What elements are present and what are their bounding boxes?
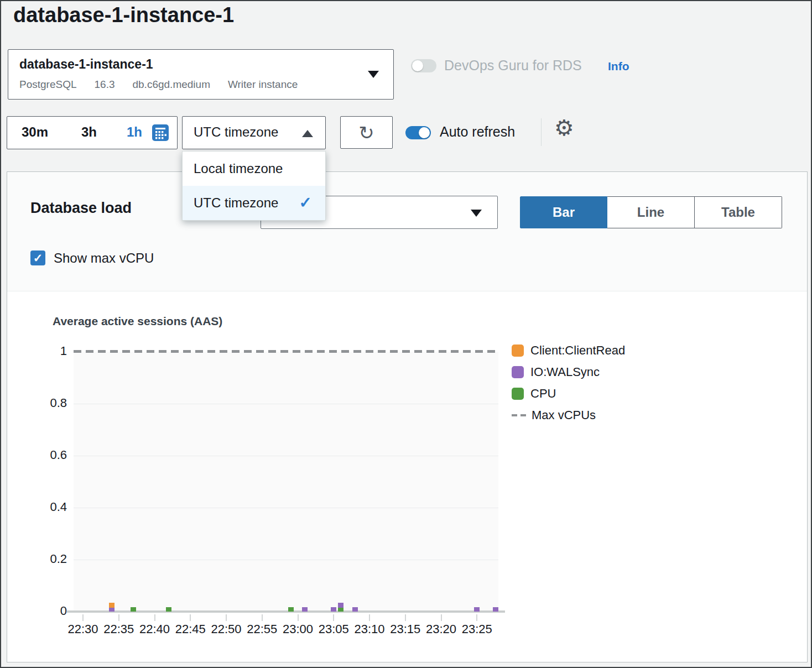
database-load-panel: Database load Bar Line Table ✓ Show max … bbox=[7, 171, 808, 662]
caret-up-icon bbox=[302, 130, 313, 137]
chart-bar-2328 bbox=[493, 607, 498, 612]
y-axis-label: 1 bbox=[29, 344, 67, 358]
y-axis-label: 0.8 bbox=[29, 396, 67, 410]
bar-segment-io-walsync bbox=[302, 607, 308, 612]
calendar-button[interactable] bbox=[151, 124, 170, 143]
divider bbox=[541, 118, 542, 146]
bar-segment-io-walsync bbox=[338, 603, 343, 608]
check-icon: ✓ bbox=[299, 186, 312, 220]
aas-chart: Client:ClientReadIO:WALSyncCPUMax vCPUs … bbox=[7, 172, 807, 662]
refresh-button[interactable]: ↻ bbox=[340, 116, 393, 149]
legend-color-swatch bbox=[512, 366, 524, 378]
settings-button[interactable]: ⚙ bbox=[554, 115, 574, 140]
instance-meta: PostgreSQL16.3db.c6gd.mediumWriter insta… bbox=[19, 79, 315, 91]
bar-segment-io-walsync bbox=[109, 608, 114, 612]
x-axis-tick bbox=[190, 614, 191, 621]
x-axis-label: 23:25 bbox=[455, 622, 499, 636]
toggle-knob bbox=[412, 60, 423, 71]
gridline bbox=[74, 508, 498, 508]
y-axis-label: 0.4 bbox=[29, 500, 67, 514]
menu-item-label: UTC timezone bbox=[194, 195, 278, 210]
legend-color-swatch bbox=[512, 345, 524, 357]
x-axis-tick bbox=[226, 614, 227, 621]
range-3h-button[interactable]: 3h bbox=[81, 124, 97, 140]
refresh-icon: ↻ bbox=[358, 122, 374, 143]
y-axis-label: 0.6 bbox=[29, 448, 67, 462]
chart-bar-2237 bbox=[131, 607, 136, 612]
legend-item-io-walsync[interactable]: IO:WALSync bbox=[512, 361, 625, 383]
instance-selector[interactable]: database-1-instance-1 PostgreSQL16.3db.c… bbox=[8, 49, 394, 100]
chart-bar-2308 bbox=[352, 607, 358, 612]
menu-item-utc-timezone[interactable]: UTC timezone ✓ bbox=[183, 186, 325, 220]
menu-item-local-timezone[interactable]: Local timezone bbox=[183, 152, 325, 186]
x-axis-tick bbox=[82, 614, 84, 621]
instance-version: 16.3 bbox=[95, 79, 115, 90]
y-axis-label: 0.2 bbox=[29, 552, 67, 566]
x-axis-tick bbox=[333, 614, 334, 621]
x-axis-tick bbox=[118, 614, 119, 621]
x-axis-tick bbox=[262, 614, 263, 621]
chart-bar-2259 bbox=[288, 607, 294, 612]
x-axis-tick bbox=[441, 614, 442, 621]
x-axis-tick bbox=[405, 614, 406, 621]
x-axis-tick bbox=[154, 614, 155, 621]
range-1h-button[interactable]: 1h bbox=[127, 124, 142, 140]
legend-label: CPU bbox=[530, 387, 556, 401]
range-30m-button[interactable]: 30m bbox=[22, 124, 48, 140]
legend-dash-swatch bbox=[512, 414, 526, 416]
menu-item-label: Local timezone bbox=[194, 161, 283, 176]
legend-item-cpu[interactable]: CPU bbox=[512, 383, 625, 404]
bar-segment-io-walsync bbox=[352, 607, 358, 612]
auto-refresh-toggle[interactable] bbox=[405, 126, 431, 139]
legend-label: Max vCPUs bbox=[532, 408, 596, 422]
devops-guru-toggle[interactable] bbox=[411, 59, 436, 72]
calendar-icon bbox=[152, 124, 169, 142]
gridline bbox=[74, 404, 498, 404]
devops-guru-label: DevOps Guru for RDS bbox=[444, 58, 582, 74]
gridline bbox=[74, 456, 498, 456]
instance-name: database-1-instance-1 bbox=[19, 57, 153, 72]
bar-segment-cpu bbox=[338, 608, 343, 612]
bar-segment-cpu bbox=[166, 607, 171, 612]
instance-role: Writer instance bbox=[228, 79, 298, 90]
devops-guru-info-link[interactable]: Info bbox=[608, 60, 629, 73]
bar-segment-io-walsync bbox=[474, 607, 480, 612]
page-title: database-1-instance-1 bbox=[13, 3, 234, 27]
timezone-dropdown-menu: Local timezone UTC timezone ✓ bbox=[182, 151, 326, 221]
chart-bar-2325 bbox=[474, 607, 480, 612]
chart-bar-2305 bbox=[331, 607, 336, 612]
x-axis-tick bbox=[476, 614, 477, 621]
gridline bbox=[74, 560, 498, 560]
legend-label: IO:WALSync bbox=[530, 365, 600, 379]
max-vcpus-line bbox=[74, 350, 498, 353]
chart-plot-area bbox=[74, 352, 498, 612]
legend-item-client-clientread[interactable]: Client:ClientRead bbox=[512, 340, 625, 361]
y-axis-label: 0 bbox=[29, 604, 67, 618]
legend-label: Client:ClientRead bbox=[530, 343, 625, 358]
time-range-group: 30m 3h 1h bbox=[7, 116, 178, 149]
chart-legend: Client:ClientReadIO:WALSyncCPUMax vCPUs bbox=[512, 340, 625, 426]
chart-bar-2301 bbox=[302, 607, 308, 612]
legend-item-max-vcpus[interactable]: Max vCPUs bbox=[512, 404, 625, 426]
instance-class: db.c6gd.medium bbox=[132, 79, 210, 90]
x-axis-tick bbox=[298, 614, 299, 621]
chart-bar-2242 bbox=[166, 607, 171, 612]
legend-color-swatch bbox=[512, 388, 524, 400]
instance-engine: PostgreSQL bbox=[19, 79, 77, 90]
gear-icon: ⚙ bbox=[554, 116, 574, 140]
chart-bar-2234 bbox=[109, 603, 114, 612]
performance-insights-page: database-1-instance-1 database-1-instanc… bbox=[0, 0, 812, 668]
toggle-knob bbox=[419, 127, 430, 138]
timezone-button-label: UTC timezone bbox=[194, 124, 278, 140]
bar-segment-io-walsync bbox=[493, 607, 498, 612]
bar-segment-cpu bbox=[288, 607, 294, 612]
timezone-dropdown-button[interactable]: UTC timezone bbox=[182, 116, 326, 149]
auto-refresh-label: Auto refresh bbox=[440, 124, 515, 140]
bar-segment-cpu bbox=[131, 607, 136, 612]
bar-segment-client-clientread bbox=[109, 603, 114, 608]
bar-segment-io-walsync bbox=[331, 607, 336, 612]
x-axis-tick bbox=[369, 614, 370, 621]
chart-bar-2306 bbox=[338, 603, 343, 612]
caret-down-icon bbox=[368, 71, 379, 78]
